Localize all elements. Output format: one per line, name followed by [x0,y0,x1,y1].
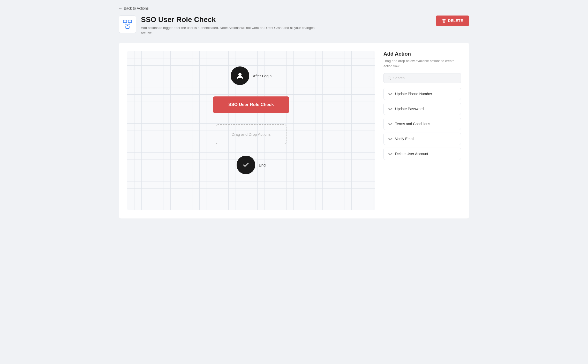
svg-rect-1 [128,20,132,23]
flow-diagram-icon [123,19,132,29]
page-title: SSO User Role Check [141,16,317,24]
header-text: SSO User Role Check Add actions to trigg… [141,16,317,35]
after-login-label: After Login [253,74,272,78]
end-node-label: End [259,163,266,167]
svg-line-9 [390,79,391,80]
back-link[interactable]: ← Back to Actions [119,6,469,10]
add-action-title: Add Action [383,51,461,57]
person-icon [236,72,244,80]
action-item-delete-user[interactable]: <> Delete User Account [383,148,461,160]
page-description: Add actions to trigger after the user is… [141,25,317,35]
action-label-2: Terms and Conditions [395,122,430,126]
code-icon-2: <> [388,122,393,126]
page-header: SSO User Role Check Add actions to trigg… [119,16,469,35]
end-node: End [237,156,266,174]
drop-zone[interactable]: Drag and Drop Actions [216,124,287,144]
action-label-4: Delete User Account [395,152,428,156]
search-input[interactable] [393,76,457,80]
action-item-terms[interactable]: <> Terms and Conditions [383,118,461,130]
add-action-subtitle: Drag and drop below available actions to… [383,58,461,69]
svg-point-8 [388,77,390,79]
action-item-update-phone[interactable]: <> Update Phone Number [383,88,461,100]
action-item-verify-email[interactable]: <> Verify Email [383,133,461,145]
code-icon-1: <> [388,107,393,111]
action-label-3: Verify Email [395,137,414,141]
code-icon-4: <> [388,151,393,156]
sso-action-block: SSO User Role Check [213,96,289,113]
svg-rect-0 [123,20,127,23]
header-left: SSO User Role Check Add actions to trigg… [119,16,317,35]
back-link-label: Back to Actions [124,6,149,10]
delete-button[interactable]: DELETE [436,16,469,26]
code-icon-3: <> [388,136,393,141]
action-label-0: Update Phone Number [395,92,432,96]
delete-button-label: DELETE [448,19,463,23]
end-circle [237,156,255,174]
code-icon-0: <> [388,92,393,96]
page-icon-box [119,16,136,33]
trash-icon [442,19,446,23]
flow-canvas: After Login SSO User Role Check Drag and… [127,51,375,190]
back-arrow-icon: ← [119,6,122,10]
main-card: After Login SSO User Role Check Drag and… [119,43,469,218]
svg-rect-2 [126,26,129,29]
drop-zone-label: Drag and Drop Actions [232,132,271,136]
connector-3 [251,144,251,156]
flow-area: After Login SSO User Role Check Drag and… [127,51,375,210]
connector-2 [251,113,251,124]
svg-point-7 [239,73,241,76]
action-item-update-password[interactable]: <> Update Password [383,103,461,115]
add-action-panel: Add Action Drag and drop below available… [383,51,461,210]
search-box[interactable] [383,73,461,83]
after-login-circle [231,66,249,85]
after-login-node: After Login [231,66,272,85]
action-label-1: Update Password [395,107,424,111]
connector-1 [251,85,251,96]
check-icon [242,161,250,169]
action-items-list: <> Update Phone Number <> Update Passwor… [383,88,461,160]
sso-action-label: SSO User Role Check [228,102,274,107]
search-icon [387,76,391,80]
